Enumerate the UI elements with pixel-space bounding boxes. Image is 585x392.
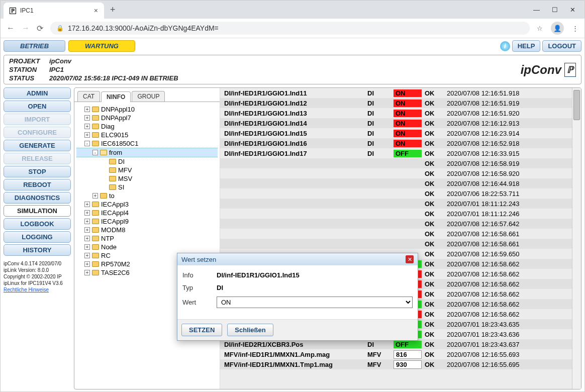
data-row[interactable]: DI/inf-IED1R1/GGIO1.Ind16DIONOK2020/07/0… — [220, 138, 581, 148]
expand-icon[interactable]: + — [92, 193, 98, 199]
data-row[interactable]: DI/inf-IED1R1/GGIO1.Ind11DIONOK2020/07/0… — [220, 88, 581, 98]
logout-button[interactable]: LOGOUT — [542, 40, 581, 52]
expand-icon[interactable]: - — [92, 150, 98, 155]
sidebar-generate[interactable]: GENERATE — [4, 140, 71, 151]
data-row[interactable]: OK2020/07/01 18:11:12.243 — [220, 199, 581, 209]
scrollbar[interactable] — [572, 88, 581, 389]
tree-node-iec61850c1[interactable]: -IEC61850C1 — [76, 139, 218, 148]
tree-node-di[interactable]: DI — [76, 157, 218, 166]
expand-icon[interactable]: + — [84, 253, 90, 258]
value-cell: ON — [394, 110, 422, 117]
expand-icon[interactable]: + — [84, 227, 90, 233]
tree-node-modm8[interactable]: +MODM8 — [76, 226, 218, 234]
sidebar-logbook[interactable]: LOGBOOK — [4, 218, 71, 230]
tree-node-to[interactable]: +to — [76, 191, 218, 200]
url-field[interactable]: 🔒 172.16.240.13:9000/-AoAiZn-dbYGNg4EAYd… — [50, 22, 530, 35]
tree-node-mfv[interactable]: MFV — [76, 166, 218, 174]
sidebar-admin[interactable]: ADMIN — [4, 87, 71, 99]
schliessen-button[interactable]: Schließen — [227, 324, 273, 336]
sidebar-open[interactable]: OPEN — [4, 101, 71, 112]
folder-icon — [92, 124, 99, 129]
wert-select[interactable]: ON — [217, 297, 413, 308]
tree-node-from[interactable]: -from — [76, 148, 218, 157]
data-row[interactable]: DI/inf-IED2R1/XCBR3.PosDIOFFOK2020/07/01… — [220, 339, 581, 349]
tree-node-node[interactable]: +Node — [76, 243, 218, 251]
lock-icon: 🔒 — [56, 25, 64, 32]
data-row[interactable]: DI/inf-IED1R1/GGIO1.Ind17DIOFFOK2020/07/… — [220, 148, 581, 158]
tree-node-dnpappl10[interactable]: +DNPAppl10 — [76, 105, 218, 114]
expand-icon[interactable]: + — [84, 124, 90, 129]
expand-icon[interactable]: + — [84, 244, 90, 250]
back-icon[interactable]: ← — [7, 24, 15, 33]
data-row[interactable]: MFV/inf-IED1R1/MMXN1.Tmp1.magMFV930OK202… — [220, 359, 581, 369]
wartung-button[interactable]: WARTUNG — [68, 40, 135, 52]
tree-node-elc9015[interactable]: +ELC9015 — [76, 131, 218, 139]
value-cell: ON — [394, 100, 422, 107]
betrieb-button[interactable]: BETRIEB — [4, 40, 65, 52]
star-icon[interactable]: ☆ — [537, 25, 543, 32]
data-row[interactable]: DI/inf-IED1R1/GGIO1.Ind14DIONOK2020/07/0… — [220, 118, 581, 128]
data-row[interactable]: DI/inf-IED1R1/GGIO1.Ind15DIONOK2020/07/0… — [220, 128, 581, 138]
sidebar-stop[interactable]: STOP — [4, 166, 71, 177]
folder-icon — [92, 261, 99, 267]
tree-node-iecappl9[interactable]: +IECAppl9 — [76, 217, 218, 226]
brand-logo: ipConv ℙ — [521, 57, 576, 82]
data-row[interactable]: OK2020/07/01 18:11:12.246 — [220, 209, 581, 219]
data-row[interactable]: DI/inf-IED1R1/GGIO1.Ind12DIONOK2020/07/0… — [220, 98, 581, 108]
data-row[interactable]: OK2020/07/08 12:16:58.661 — [220, 239, 581, 249]
new-tab-button[interactable]: + — [110, 5, 116, 15]
data-row[interactable]: OK2020/07/06 18:22:53.711 — [220, 188, 581, 199]
url-text: 172.16.240.13:9000/-AoAiZn-dbYGNg4EAYdM= — [68, 24, 219, 32]
tree-node-ntp[interactable]: +NTP — [76, 234, 218, 243]
dialog-info-value: DI/inf-IED1R1/GGIO1.Ind15 — [217, 271, 300, 279]
reload-icon[interactable]: ⟳ — [37, 24, 43, 33]
sidebar-diagnostics[interactable]: DIAGNOSTICS — [4, 192, 71, 204]
tree-node-diag[interactable]: +Diag — [76, 122, 218, 131]
data-row[interactable]: OK2020/07/08 12:16:58.920 — [220, 168, 581, 178]
tab-close-icon[interactable]: × — [94, 7, 98, 15]
sidebar-reboot[interactable]: REBOOT — [4, 179, 71, 190]
data-row[interactable]: OK2020/07/08 12:16:44.918 — [220, 178, 581, 188]
expand-icon[interactable]: - — [84, 141, 90, 146]
setzen-button[interactable]: SETZEN — [181, 324, 222, 336]
help-button[interactable]: HELP — [512, 40, 541, 52]
expand-icon[interactable]: + — [84, 261, 90, 267]
expand-icon[interactable]: + — [84, 132, 90, 138]
kebab-menu-icon[interactable]: ⋮ — [572, 25, 578, 32]
folder-icon — [92, 236, 99, 241]
expand-icon[interactable]: + — [84, 107, 90, 112]
data-row[interactable]: OK2020/07/08 12:16:58.661 — [220, 229, 581, 239]
tab-cat[interactable]: CAT — [77, 91, 100, 102]
expand-icon[interactable]: + — [84, 115, 90, 121]
expand-icon[interactable]: + — [84, 270, 90, 275]
expand-icon[interactable]: + — [84, 236, 90, 241]
expand-icon[interactable]: + — [84, 202, 90, 207]
tree-node-iecappl4[interactable]: +IECAppl4 — [76, 209, 218, 217]
tree-node-iecappl3[interactable]: +IECAppl3 — [76, 200, 218, 209]
data-row[interactable]: MFV/inf-IED1R1/MMXN1.Amp.magMFV816OK2020… — [220, 349, 581, 359]
expand-icon[interactable]: + — [84, 210, 90, 216]
data-row[interactable]: OK2020/07/08 12:16:57.642 — [220, 219, 581, 229]
data-row[interactable]: DI/inf-IED1R1/GGIO1.Ind13DIONOK2020/07/0… — [220, 108, 581, 118]
tree-node-si[interactable]: SI — [76, 183, 218, 191]
tab-ninfo[interactable]: NINFO — [101, 91, 131, 102]
info-icon[interactable]: i — [500, 41, 510, 51]
tree-node-dnpappl7[interactable]: +DNPAppl7 — [76, 114, 218, 122]
maximize-icon[interactable]: ☐ — [552, 6, 558, 14]
legal-link[interactable]: Rechtliche Hinweise — [4, 287, 49, 292]
dialog-close-icon[interactable]: ✕ — [406, 255, 414, 263]
scrollbar-thumb[interactable] — [573, 90, 580, 120]
tree-node-msv[interactable]: MSV — [76, 174, 218, 183]
sidebar-history[interactable]: HISTORY — [4, 244, 71, 256]
profile-avatar[interactable]: 👤 — [551, 22, 564, 35]
browser-tab[interactable]: ℙ IPC1 × — [4, 3, 104, 19]
minimize-icon[interactable]: — — [533, 6, 540, 14]
dialog-typ-value: DI — [217, 284, 223, 291]
sidebar-simulation[interactable]: SIMULATION — [4, 205, 71, 217]
sidebar-logging[interactable]: LOGGING — [4, 231, 71, 243]
tab-group[interactable]: GROUP — [132, 91, 165, 102]
expand-icon[interactable]: + — [84, 219, 90, 224]
close-window-icon[interactable]: ✕ — [570, 6, 575, 14]
forward-icon[interactable]: → — [22, 24, 30, 33]
data-row[interactable]: OK2020/07/08 12:16:58.919 — [220, 158, 581, 168]
